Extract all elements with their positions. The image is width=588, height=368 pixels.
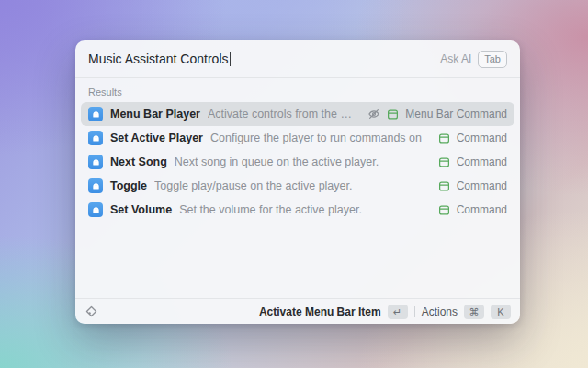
menubar-window-icon [438,204,450,216]
tab-key-badge: Tab [478,51,507,68]
item-type-label: Command [457,203,507,216]
item-title: Set Active Player [110,132,203,144]
search-bar[interactable]: Music Assistant Controls Ask AI Tab [75,40,520,78]
music-assistant-app-icon [88,131,103,145]
list-item-menu-bar-player[interactable]: Menu Bar Player Activate controls from t… [81,102,514,126]
item-type-label: Menu Bar Command [405,108,507,121]
search-input[interactable]: Music Assistant Controls [88,52,229,66]
menubar-window-icon [387,109,399,121]
footer-divider [414,306,415,317]
music-assistant-app-icon [88,107,103,121]
menubar-window-icon [438,180,450,192]
item-type-label: Command [457,132,507,144]
item-subtitle: Next song in queue on the active player. [175,155,379,168]
primary-action-label[interactable]: Activate Menu Bar Item [259,305,381,318]
item-subtitle: Set the volume for the active player. [179,203,362,216]
item-title: Set Volume [110,203,172,216]
eye-slash-icon [368,108,380,121]
item-title: Next Song [110,155,167,168]
item-title: Menu Bar Player [110,108,200,121]
list-item-set-volume[interactable]: Set Volume Set the volume for the active… [81,198,514,222]
item-type-label: Command [457,155,507,168]
raycast-logo [85,305,98,318]
results-section-label: Results [75,78,520,102]
item-type-label: Command [457,179,507,192]
list-item-next-song[interactable]: Next Song Next song in queue on the acti… [81,150,514,174]
cmd-key-badge: ⌘ [464,305,484,319]
actions-menu-button[interactable]: Actions [422,305,458,318]
footer-bar: Activate Menu Bar Item ↵ Actions ⌘ K [75,298,520,324]
item-subtitle: Toggle play/pause on the active player. [154,179,352,192]
ask-ai-label[interactable]: Ask AI [440,52,471,65]
text-caret [230,52,231,66]
item-subtitle: Activate controls from the menubar [208,108,360,121]
results-list: Menu Bar Player Activate controls from t… [75,102,520,298]
item-subtitle: Configure the player to run commands on [210,132,422,144]
music-assistant-app-icon [88,155,103,169]
k-key-badge: K [491,305,511,319]
list-item-toggle[interactable]: Toggle Toggle play/pause on the active p… [81,174,514,198]
music-assistant-app-icon [88,178,103,193]
menubar-window-icon [438,132,450,144]
return-key-badge: ↵ [388,305,408,319]
music-assistant-app-icon [88,202,103,217]
launcher-window: Music Assistant Controls Ask AI Tab Resu… [75,40,520,324]
item-title: Toggle [110,179,147,192]
menubar-window-icon [438,156,450,168]
list-item-set-active-player[interactable]: Set Active Player Configure the player t… [81,126,514,150]
